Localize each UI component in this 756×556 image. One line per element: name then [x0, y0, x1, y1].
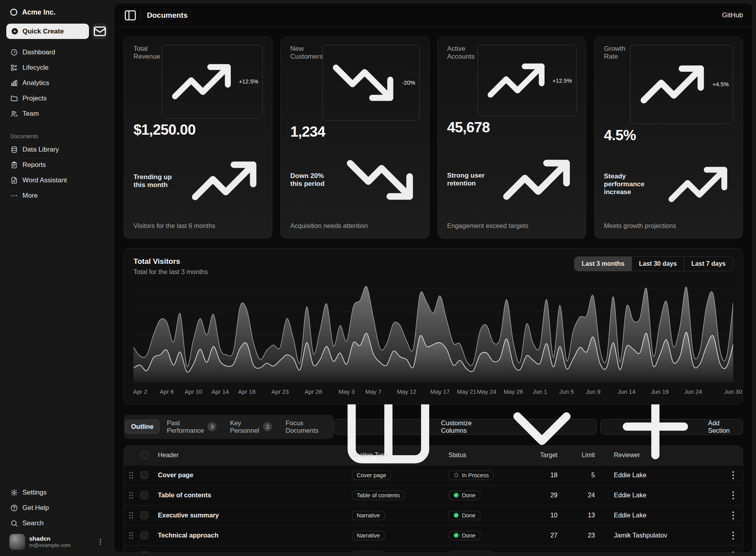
row-checkbox[interactable]: [141, 512, 148, 519]
trend-up-icon: [166, 46, 237, 117]
dots-vertical-icon[interactable]: [96, 538, 104, 546]
target-value[interactable]: 18: [531, 471, 574, 479]
sidebar-item-get-help[interactable]: Get Help: [6, 500, 107, 515]
limit-value[interactable]: 16: [574, 552, 611, 552]
row-header-link[interactable]: Cover page: [156, 471, 350, 479]
row-menu-button[interactable]: [728, 510, 739, 521]
dots-vertical-icon: [728, 550, 739, 552]
row-menu-button[interactable]: [728, 490, 739, 501]
org-switcher[interactable]: Acme Inc.: [6, 5, 107, 20]
range-last-30-days[interactable]: Last 30 days: [632, 257, 684, 271]
row-checkbox[interactable]: [141, 552, 148, 552]
x-tick: May 21: [457, 388, 476, 395]
panel-left-icon: [124, 9, 137, 22]
quick-create-button[interactable]: Quick Create: [6, 24, 89, 39]
sidebar-main-nav: Dashboard Lifecycle Analytics Projects T…: [6, 44, 107, 121]
stat-card-value: 4.5%: [604, 127, 733, 144]
drag-handle-icon[interactable]: [124, 511, 138, 520]
user-menu[interactable]: shadcn m@example.com: [6, 531, 107, 550]
column-header-section-type: Section Type: [350, 452, 446, 459]
sidebar-item-reports[interactable]: Reports: [6, 157, 107, 172]
x-tick: Apr 28: [305, 388, 322, 395]
target-value[interactable]: 2: [531, 552, 574, 552]
row-menu-button[interactable]: [728, 550, 739, 552]
drag-handle-icon[interactable]: [124, 551, 138, 552]
x-tick: Jun 30: [724, 388, 742, 395]
sidebar-item-dashboard[interactable]: Dashboard: [6, 44, 107, 60]
reviewer-name: Eddie Lake: [614, 471, 647, 479]
x-tick: May 12: [397, 388, 416, 395]
trend-up-icon: [634, 46, 710, 122]
sidebar-item-lifecycle[interactable]: Lifecycle: [6, 60, 107, 75]
section-type-badge: Narrative: [352, 551, 385, 552]
row-header-link[interactable]: Table of contents: [156, 491, 350, 499]
database-icon: [10, 146, 18, 154]
search-icon: [10, 519, 18, 527]
drag-handle-icon[interactable]: [124, 531, 138, 540]
inbox-button[interactable]: [92, 24, 107, 39]
row-header-link[interactable]: Design: [156, 552, 350, 552]
sidebar-item-analytics[interactable]: Analytics: [6, 75, 107, 91]
target-value[interactable]: 29: [531, 491, 574, 499]
add-section-button[interactable]: Add Section: [600, 419, 743, 435]
sidebar-item-team[interactable]: Team: [6, 106, 107, 121]
sidebar-item-word-assistant[interactable]: Word Assistant: [6, 172, 107, 188]
folder-icon: [10, 95, 18, 102]
section-type-badge: Narrative: [352, 531, 385, 540]
tab-outline[interactable]: Outline: [125, 420, 159, 434]
limit-value[interactable]: 13: [574, 512, 611, 519]
stat-card-trend-line: Strong user retention: [447, 140, 576, 220]
stat-card-active-accounts: Active Accounts +12.5% 45,678 Strong use…: [437, 37, 586, 239]
x-tick: May 24: [477, 388, 496, 395]
tab-key-personnel[interactable]: Key Personnel2: [224, 416, 278, 437]
sidebar-item-search[interactable]: Search: [6, 515, 107, 531]
target-value[interactable]: 10: [531, 512, 574, 519]
drag-handle-icon[interactable]: [124, 491, 138, 500]
tab-count-badge: 3: [208, 422, 217, 431]
limit-value[interactable]: 5: [574, 471, 611, 479]
tab-past-performance[interactable]: Past Performance3: [161, 416, 222, 437]
dashboard-icon: [10, 48, 18, 56]
sidebar: Acme Inc. Quick Create Dashboard Lifecyc…: [0, 0, 114, 556]
gear-icon: [10, 489, 18, 497]
x-axis-ticks: Apr 2Apr 6Apr 10Apr 14Apr 18Apr 23Apr 28…: [133, 388, 733, 398]
stat-card-trend-line: Trending up this month: [133, 142, 263, 220]
row-header-link[interactable]: Executive summary: [156, 512, 350, 519]
sidebar-item-more[interactable]: More: [6, 188, 107, 203]
stat-card-value: $1,250.00: [133, 122, 263, 138]
org-name: Acme Inc.: [22, 8, 56, 17]
stat-card-description: Meets growth projections: [604, 222, 733, 230]
drag-handle-icon[interactable]: [124, 471, 138, 480]
sidebar-item-settings[interactable]: Settings: [6, 485, 107, 500]
sidebar-toggle-button[interactable]: [124, 9, 137, 22]
status-badge: Done: [448, 531, 480, 540]
row-header-link[interactable]: Technical approach: [156, 532, 350, 539]
row-menu-button[interactable]: [728, 530, 739, 541]
row-menu-button[interactable]: [728, 470, 739, 481]
stat-cards: Total Revenue +12.5% $1,250.00 Trending …: [124, 37, 743, 239]
customize-columns-button[interactable]: Customize Columns: [334, 419, 597, 435]
range-last-7-days[interactable]: Last 7 days: [684, 257, 733, 271]
dots-h-icon: [10, 192, 18, 200]
select-all-checkbox[interactable]: [141, 452, 148, 459]
row-checkbox[interactable]: [141, 491, 148, 499]
row-checkbox[interactable]: [141, 532, 148, 539]
limit-value[interactable]: 24: [574, 491, 611, 499]
x-tick: May 3: [339, 388, 355, 395]
table-row: Table of contents Table of contents Done…: [124, 485, 743, 505]
mail-icon: [93, 24, 107, 39]
tab-focus-documents[interactable]: Focus Documents: [280, 416, 332, 437]
limit-value[interactable]: 23: [574, 532, 611, 539]
stat-card-description: Engagement exceed targets: [447, 222, 576, 230]
tab-list: OutlinePast Performance3Key Personnel2Fo…: [124, 415, 334, 439]
dots-vertical-icon: [728, 510, 739, 521]
time-range-toggle: Last 3 monthsLast 30 daysLast 7 days: [574, 256, 733, 271]
sidebar-item-data-library[interactable]: Data Library: [6, 142, 107, 157]
reviewer-name: Jamik Tashpulatov: [614, 532, 667, 539]
sidebar-item-projects[interactable]: Projects: [6, 91, 107, 106]
row-checkbox[interactable]: [141, 471, 148, 479]
github-link[interactable]: GitHub: [722, 11, 743, 19]
range-last-3-months[interactable]: Last 3 months: [574, 257, 631, 271]
trend-down-icon: [327, 46, 399, 119]
target-value[interactable]: 27: [531, 532, 574, 539]
